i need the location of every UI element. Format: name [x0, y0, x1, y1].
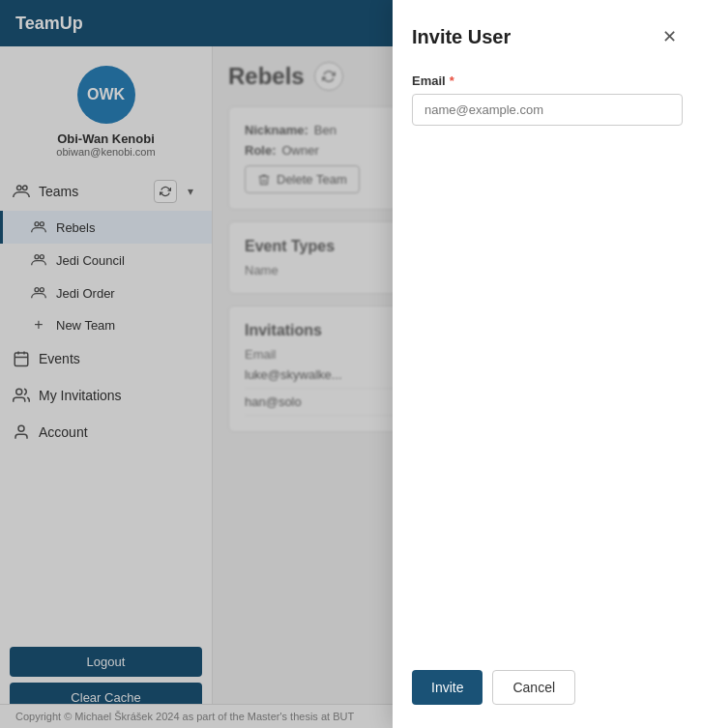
invite-user-modal: Invite User ✕ Email * Invite Cancel	[393, 0, 702, 728]
email-input[interactable]	[412, 94, 683, 126]
required-star: *	[450, 73, 454, 88]
email-field-label: Email *	[412, 73, 683, 88]
modal-header: Invite User ✕	[412, 23, 683, 50]
email-label-text: Email	[412, 73, 446, 88]
modal-title: Invite User	[412, 26, 511, 48]
modal-close-button[interactable]: ✕	[656, 23, 683, 50]
modal-overlay: Invite User ✕ Email * Invite Cancel	[0, 0, 702, 728]
app-container: TeamUp OWK Obi-Wan Kenobi obiwan@kenobi.…	[0, 0, 702, 728]
invite-button[interactable]: Invite	[412, 670, 483, 705]
modal-footer: Invite Cancel	[412, 670, 683, 705]
email-field-group: Email *	[412, 73, 683, 126]
cancel-button[interactable]: Cancel	[492, 670, 575, 705]
